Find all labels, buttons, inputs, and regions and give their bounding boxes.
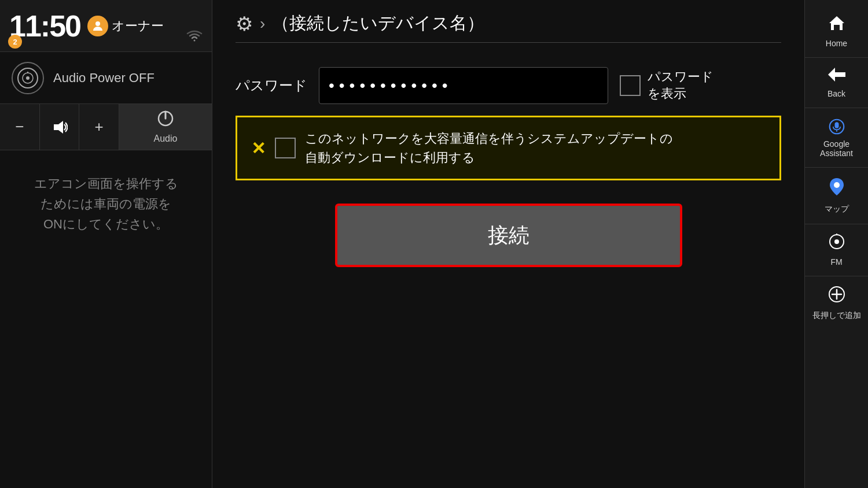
audio-power-label: Audio Power OFF xyxy=(53,71,155,86)
home-icon xyxy=(828,15,845,35)
sidebar-item-maps[interactable]: マップ xyxy=(805,168,868,224)
svg-marker-4 xyxy=(54,121,63,134)
form-content: パスワード パスワード を表示 ✕ このネットワークを大容量通信を伴うシステムア… xyxy=(236,50,781,284)
audio-button-label: Audio xyxy=(154,134,178,144)
password-row: パスワード パスワード を表示 xyxy=(236,67,781,104)
add-icon xyxy=(828,286,845,307)
breadcrumb-title: （接続したいデバイス名） xyxy=(272,12,484,35)
svg-point-0 xyxy=(95,21,100,26)
password-label: パスワード xyxy=(236,76,307,95)
svg-point-13 xyxy=(834,182,840,188)
svg-marker-9 xyxy=(828,68,845,82)
warning-checkbox[interactable] xyxy=(275,138,296,158)
volume-up-button[interactable]: + xyxy=(79,104,119,150)
chevron-right-icon: › xyxy=(260,14,265,33)
warning-icon: ✕ xyxy=(251,138,266,158)
sidebar-item-google-assistant[interactable]: Google Assistant xyxy=(805,108,868,168)
back-icon xyxy=(828,67,845,86)
top-bar: 11:50 オーナー 2 xyxy=(0,0,212,52)
sidebar-item-back[interactable]: Back xyxy=(805,58,868,108)
speaker-icon xyxy=(40,104,80,150)
user-name-label: オーナー xyxy=(112,17,164,35)
wifi-icon xyxy=(186,30,203,46)
home-label: Home xyxy=(826,39,847,48)
sidebar-item-home[interactable]: Home xyxy=(805,6,868,58)
breadcrumb-header: ⚙ › （接続したいデバイス名） xyxy=(236,12,781,43)
connect-button-label: 接続 xyxy=(488,221,529,250)
fm-sidebar-label: FM xyxy=(830,257,842,267)
maps-label: マップ xyxy=(825,204,849,215)
audio-power-section: Audio Power OFF xyxy=(0,52,212,104)
show-password-area: パスワード を表示 xyxy=(620,69,713,102)
google-assistant-label: Google Assistant xyxy=(820,139,853,158)
google-mic-icon xyxy=(827,117,846,136)
warning-text: このネットワークを大容量通信を伴うシステムアップデートの 自動ダウンロードに利用… xyxy=(305,129,673,167)
vol-left: − + xyxy=(0,104,119,150)
svg-point-2 xyxy=(26,76,30,80)
connect-button-wrapper: 接続 xyxy=(236,204,781,267)
connect-button[interactable]: 接続 xyxy=(335,204,682,267)
ac-message: エアコン画面を操作する ためには車両の電源を ONにしてください。 xyxy=(0,150,212,258)
add-label: 長押しで追加 xyxy=(812,310,861,321)
left-panel: 11:50 オーナー 2 xyxy=(0,0,212,488)
password-input[interactable] xyxy=(319,67,608,104)
back-label: Back xyxy=(827,89,845,98)
fm-radio-icon xyxy=(12,62,44,94)
svg-rect-11 xyxy=(834,122,838,128)
sidebar-item-add[interactable]: 長押しで追加 xyxy=(805,276,868,330)
show-password-checkbox[interactable] xyxy=(620,75,641,96)
main-content: ⚙ › （接続したいデバイス名） パスワード パスワード を表示 ✕ このネット… xyxy=(212,0,804,488)
user-area: オーナー xyxy=(87,16,164,36)
maps-icon xyxy=(828,177,845,201)
notification-badge: 2 xyxy=(8,35,22,49)
sidebar-item-fm[interactable]: FM xyxy=(805,224,868,276)
fm-label xyxy=(17,68,38,88)
svg-rect-8 xyxy=(834,25,840,30)
right-sidebar: Home Back Google Assistant xyxy=(804,0,868,488)
svg-point-15 xyxy=(834,239,839,244)
audio-power-button[interactable]: Audio xyxy=(119,104,212,150)
fm-sidebar-icon xyxy=(829,234,845,254)
user-avatar xyxy=(87,16,108,36)
volume-down-button[interactable]: − xyxy=(0,104,40,150)
volume-controls: − + Audio xyxy=(0,104,212,150)
show-password-label: パスワード を表示 xyxy=(648,69,713,102)
warning-box: ✕ このネットワークを大容量通信を伴うシステムアップデートの 自動ダウンロードに… xyxy=(236,116,781,180)
settings-icon: ⚙ xyxy=(236,12,253,35)
power-icon xyxy=(157,110,174,131)
